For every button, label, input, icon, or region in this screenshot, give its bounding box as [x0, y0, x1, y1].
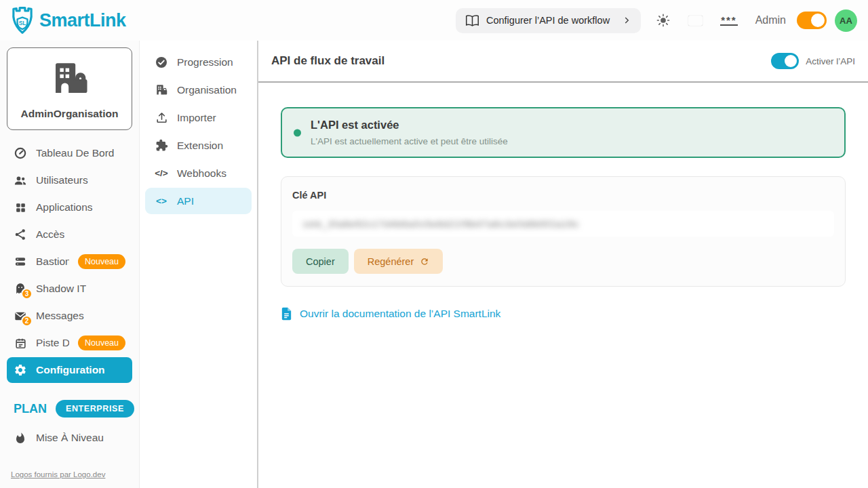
subnav-item-label: Progression [177, 56, 233, 68]
sidebar-item-access[interactable]: Accès [7, 221, 132, 248]
server-icon [14, 255, 27, 268]
page-title: API de flux de travail [271, 54, 384, 68]
subnav-item-label: Extension [177, 140, 223, 152]
status-dot-icon [294, 129, 301, 136]
top-bar-actions: Configurer l’API de workflow *** Admin [456, 8, 857, 33]
sidebar-item-label: Shadow IT [36, 283, 86, 295]
sidebar-menu: Tableau De Bord Utilisateurs [7, 140, 132, 384]
configure-workflow-api-button[interactable]: Configurer l’API de workflow [456, 8, 641, 33]
organisation-name: AdminOrganisation [21, 108, 119, 120]
french-flag-icon[interactable] [688, 16, 703, 26]
sidebar-item-applications[interactable]: Applications [7, 194, 132, 221]
plan-section: PLAN ENTERPRISE [7, 400, 132, 418]
api-key-label: Clé API [292, 190, 834, 201]
regenerate-button[interactable]: Regénérer [354, 249, 443, 274]
messages-count-badge: 2 [21, 315, 33, 327]
api-documentation-link[interactable]: Ouvrir la documentation de l’API SmartLi… [281, 307, 500, 321]
apps-grid-icon [14, 201, 27, 214]
users-icon [14, 174, 27, 187]
sidebar-item-bastion[interactable]: Bastion Nouveau [7, 248, 132, 275]
subnav-item-label: Webhooks [177, 167, 226, 180]
nouveau-badge: Nouveau [78, 254, 125, 269]
sidebar-item-label: Messages [36, 310, 84, 322]
upload-icon [155, 111, 168, 125]
api-key-blurred-value: smk_3fa8e92c17d4b6a0c5e8d21f9b47a6c3e0d8… [303, 219, 579, 229]
api-keys-asterisks-icon[interactable]: *** [720, 16, 738, 26]
logo-provider-link[interactable]: Logos fournis par Logo.dev [11, 470, 105, 479]
api-key-card: Clé API smk_3fa8e92c17d4b6a0c5e8d21f9b47… [281, 176, 846, 287]
configure-workflow-api-label: Configurer l’API de workflow [486, 15, 610, 26]
shield-logo-icon: SL [8, 5, 37, 36]
flame-icon [14, 431, 27, 445]
sidebar-item-dashboard[interactable]: Tableau De Bord [7, 140, 132, 167]
settings-subnav: Progression Organisation [140, 41, 258, 488]
enable-api-toggle[interactable] [771, 53, 799, 69]
sidebar-item-configuration[interactable]: Configuration [7, 357, 132, 383]
admin-role-label: Admin [755, 14, 786, 26]
subnav-item-webhooks[interactable]: </> Webhooks [145, 160, 252, 186]
sidebar-item-label: Utilisateurs [36, 174, 88, 186]
api-toggle-group: Activer l’API [771, 53, 855, 69]
copy-button[interactable]: Copier [292, 249, 349, 274]
shadow-it-count-badge: 3 [21, 288, 33, 300]
theme-sun-icon[interactable] [656, 13, 671, 28]
admin-mode-toggle[interactable] [797, 12, 827, 29]
subnav-item-progression[interactable]: Progression [145, 49, 252, 75]
subnav-item-label: API [177, 195, 194, 207]
building-lock-icon [155, 83, 168, 97]
envelope-icon: 2 [14, 309, 27, 323]
brand-name: SmartLink [39, 10, 126, 31]
api-key-actions: Copier Regénérer [292, 249, 834, 274]
main-content: L'API est activée L'API est actuellement… [258, 83, 868, 321]
sidebar-item-shadow-it[interactable]: 3 Shadow IT [7, 275, 132, 302]
svg-text:SL: SL [19, 20, 26, 26]
share-icon [14, 228, 27, 241]
book-icon [465, 14, 479, 28]
subnav-item-organisation[interactable]: Organisation [145, 77, 252, 103]
puzzle-icon [155, 139, 168, 152]
subnav-item-api[interactable]: <> API [145, 188, 252, 214]
plan-label: PLAN [14, 402, 47, 416]
subnav-item-label: Organisation [177, 84, 237, 96]
document-icon [281, 307, 292, 321]
top-bar: SL SmartLink Configurer l’API de workflo… [0, 0, 868, 41]
calendar-icon [14, 336, 27, 350]
sidebar-item-label: Bastion [36, 256, 69, 268]
api-documentation-link-label: Ouvrir la documentation de l’API SmartLi… [300, 308, 500, 320]
code-slash-icon: </> [155, 167, 168, 180]
subnav-item-extension[interactable]: Extension [145, 132, 252, 159]
enable-api-toggle-label: Activer l’API [806, 56, 855, 66]
building-lock-icon [49, 60, 91, 98]
nouveau-badge: Nouveau [78, 336, 125, 350]
page-body: AdminOrganisation Tableau De Bord [0, 41, 868, 488]
sidebar-item-messages[interactable]: 2 Messages [7, 302, 132, 329]
alert-description: L'API est actuellement active et peut êt… [311, 136, 831, 146]
enterprise-plan-badge[interactable]: ENTERPRISE [56, 400, 134, 418]
user-avatar[interactable]: AA [835, 9, 857, 32]
subnav-item-import[interactable]: Importer [145, 104, 252, 131]
regenerate-button-label: Regénérer [368, 256, 414, 267]
ghost-icon: 3 [14, 282, 27, 296]
sidebar-item-upgrade[interactable]: Mise À Niveau [7, 424, 132, 451]
sidebar-item-label: Tableau De Bord [36, 147, 114, 159]
chevron-right-icon [622, 16, 631, 25]
brand-logo[interactable]: SL SmartLink [8, 5, 126, 36]
sidebar-item-label: Mise À Niveau [36, 432, 104, 444]
alert-title: L'API est activée [311, 119, 831, 131]
sidebar: AdminOrganisation Tableau De Bord [0, 41, 140, 488]
sidebar-item-users[interactable]: Utilisateurs [7, 167, 132, 194]
sidebar-item-label: Piste D’audit [36, 337, 69, 349]
main-panel: API de flux de travail Activer l’API L'A… [258, 41, 868, 488]
gear-icon [14, 363, 27, 377]
subnav-item-label: Importer [177, 112, 216, 124]
api-enabled-alert: L'API est activée L'API est actuellement… [281, 107, 846, 158]
sidebar-item-label: Applications [36, 201, 93, 214]
sidebar-item-audit-trail[interactable]: Piste D’audit Nouveau [7, 329, 132, 357]
dashboard-gauge-icon [14, 146, 27, 160]
api-key-field[interactable]: smk_3fa8e92c17d4b6a0c5e8d21f9b47a6c3e0d8… [292, 211, 834, 237]
organisation-card[interactable]: AdminOrganisation [7, 47, 132, 130]
app-root: SL SmartLink Configurer l’API de workflo… [0, 0, 868, 488]
code-icon: <> [155, 195, 168, 208]
sidebar-item-label: Accès [36, 228, 64, 241]
main-header: API de flux de travail Activer l’API [258, 41, 868, 83]
